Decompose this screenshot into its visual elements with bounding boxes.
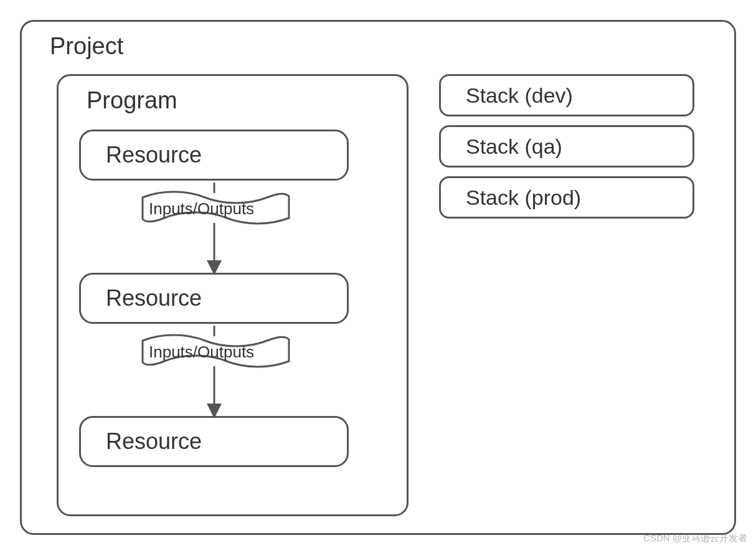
resource-label: Resource xyxy=(106,285,202,311)
stack-box-prod: Stack (prod) xyxy=(439,176,694,219)
stack-box-dev: Stack (dev) xyxy=(439,74,694,116)
flow-label-1: Inputs/Outputs xyxy=(149,199,254,219)
flow-label-2: Inputs/Outputs xyxy=(149,342,254,362)
resource-box-1: Resource xyxy=(79,130,349,181)
resource-box-3: Resource xyxy=(79,416,349,467)
stack-label: Stack (qa) xyxy=(466,135,562,159)
resource-label: Resource xyxy=(106,142,202,168)
resource-label: Resource xyxy=(106,428,202,455)
program-title: Program xyxy=(87,87,177,114)
stack-label: Stack (prod) xyxy=(466,186,581,210)
stack-label: Stack (dev) xyxy=(466,83,573,108)
watermark-text: CSDN @亚马逊云开发者 xyxy=(643,532,747,544)
project-container: Project Program Resource Resource Resour… xyxy=(20,20,736,535)
stack-box-qa: Stack (qa) xyxy=(439,125,694,168)
resource-box-2: Resource xyxy=(79,273,349,324)
project-title: Project xyxy=(50,33,123,60)
program-container: Program Resource Resource Resource xyxy=(57,74,409,516)
